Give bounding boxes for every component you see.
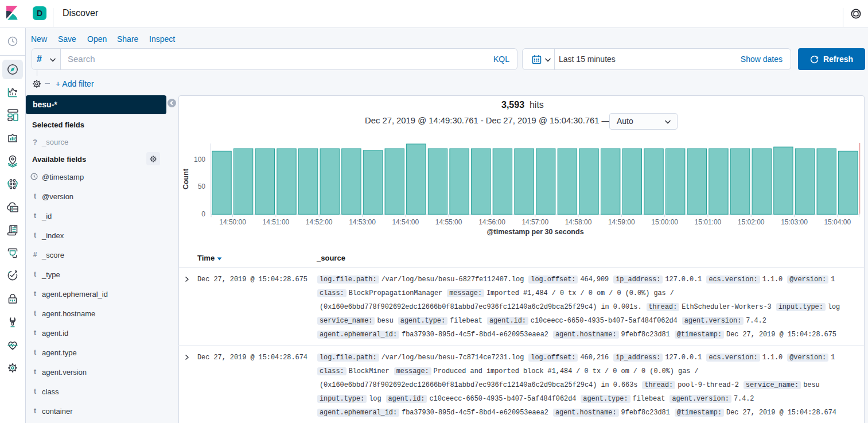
svg-text:14:55:00: 14:55:00 [435,218,462,226]
svg-text:15:00:00: 15:00:00 [651,218,678,226]
svg-text:14:53:00: 14:53:00 [349,218,376,226]
svg-text:14:54:00: 14:54:00 [392,218,419,226]
svg-text:100: 100 [194,156,205,164]
svg-text:Count: Count [182,168,190,189]
svg-text:15:03:00: 15:03:00 [781,218,808,226]
svg-text:15:01:00: 15:01:00 [695,218,722,226]
svg-text:14:50:00: 14:50:00 [219,218,246,226]
svg-text:14:59:00: 14:59:00 [608,218,635,226]
svg-text:14:58:00: 14:58:00 [565,218,592,226]
svg-text:14:52:00: 14:52:00 [306,218,333,226]
svg-text:14:57:00: 14:57:00 [521,218,548,226]
svg-text:15:04:00: 15:04:00 [824,218,851,226]
svg-text:14:56:00: 14:56:00 [478,218,505,226]
svg-text:50: 50 [198,183,206,191]
svg-text:15:02:00: 15:02:00 [738,218,765,226]
svg-text:0: 0 [201,210,205,218]
svg-text:14:51:00: 14:51:00 [263,218,290,226]
